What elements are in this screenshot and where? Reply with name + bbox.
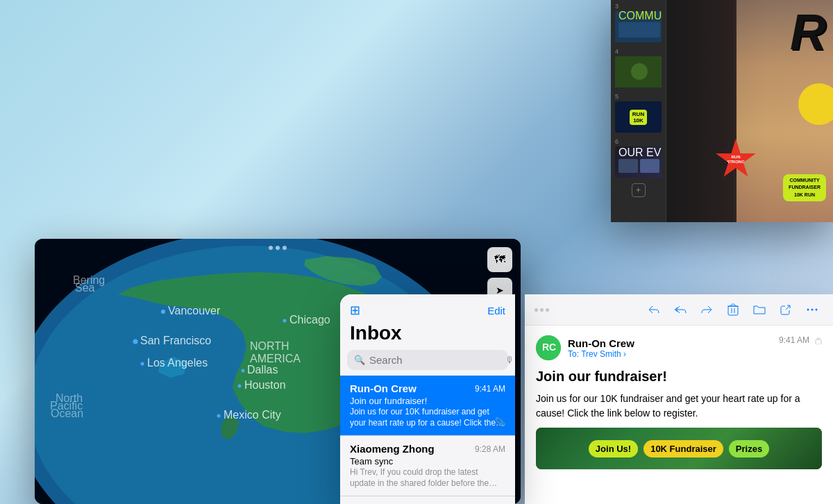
svg-text:Ocean: Ocean [51, 408, 83, 419]
detail-content: RC Run-On Crew To: Trev Smith › 9:41 AM … [525, 326, 833, 504]
svg-text:San Francisco: San Francisco [140, 335, 211, 346]
svg-text:Sea: Sea [75, 282, 95, 294]
reply-button[interactable] [643, 300, 665, 319]
sender-to-chevron: › [623, 349, 626, 359]
svg-point-10 [141, 362, 144, 366]
folder-button[interactable] [748, 300, 771, 319]
svg-text:Mexico City: Mexico City [224, 409, 281, 421]
slide-4-number: 4 [615, 48, 662, 55]
external-button[interactable] [775, 300, 797, 319]
slide-3-thumb[interactable]: 3 COMMUNITY [611, 0, 666, 45]
svg-point-37 [807, 309, 809, 311]
svg-point-8 [133, 339, 138, 344]
detail-dot-2 [540, 308, 544, 312]
svg-point-18 [217, 414, 221, 418]
slide-5-image: RUN10K [615, 101, 662, 133]
slide-6-image: OUR EVENTS [615, 146, 662, 178]
slide-5-thumb[interactable]: 5 RUN10K [611, 90, 666, 135]
svg-rect-42 [816, 339, 821, 344]
search-icon: 🔍 [354, 355, 365, 365]
svg-point-16 [238, 385, 242, 388]
design-main-canvas: R COMMUNITY FUNDRAISER 10K RUN RUNSTRONG [666, 0, 833, 222]
trash-button[interactable] [722, 300, 744, 319]
mic-icon[interactable]: 🎙 [505, 355, 514, 365]
svg-text:Dallas: Dallas [247, 364, 278, 376]
email-item-xiaomeng-sync[interactable]: Xiaomeng Zhong 9:28 AM Team sync Hi Trev… [340, 436, 515, 496]
svg-rect-27 [619, 22, 660, 37]
forward-button[interactable] [696, 300, 718, 319]
detail-dot-3 [546, 308, 549, 312]
10k-fundraiser-badge: 10K Fundraiser [643, 440, 723, 457]
detail-email-header: RC Run-On Crew To: Trev Smith › 9:41 AM [536, 335, 822, 360]
svg-rect-31 [619, 159, 638, 173]
svg-rect-32 [640, 159, 659, 173]
sender-to-name[interactable]: Trev Smith [581, 349, 621, 359]
slide-3-image: COMMUNITY [615, 11, 662, 42]
slide-6-number: 6 [615, 138, 662, 145]
sender-to: To: Trev Smith › [568, 349, 634, 359]
inbox-edit-button[interactable]: Edit [487, 305, 505, 317]
inbox-header: ⊞ Edit [340, 294, 515, 322]
detail-body: Join us for our 10K fundraiser and get y… [536, 392, 822, 421]
slide-3-number: 3 [615, 3, 662, 10]
sender-details: Run-On Crew To: Trev Smith › [568, 337, 634, 359]
more-button[interactable] [801, 300, 823, 319]
svg-text:OUR EVENTS: OUR EVENTS [619, 146, 662, 158]
svg-text:Houston: Houston [244, 379, 286, 391]
slide-4-image [615, 56, 662, 87]
reply-all-button[interactable] [669, 300, 691, 319]
detail-time-area: 9:41 AM [779, 335, 822, 345]
run-10k-badge: RUN10K [630, 110, 647, 125]
search-input[interactable] [369, 354, 501, 366]
email-2-subject: Team sync [350, 456, 505, 467]
slide-5-number: 5 [615, 93, 662, 100]
maps-window-dots [269, 246, 287, 250]
detail-email-time: 9:41 AM [779, 335, 809, 345]
prizes-badge: Prizes [729, 440, 769, 457]
svg-text:Los Angeles: Los Angeles [147, 357, 208, 369]
inbox-title: Inbox [340, 322, 515, 350]
email-item-xiaomeng-friday[interactable]: Xiaomeng Zhong 9:13 AM Friday meeting [340, 496, 515, 504]
join-us-badge: Join Us! [589, 440, 638, 457]
slide-4-thumb[interactable]: 4 [611, 45, 666, 90]
email-item-run-on-crew[interactable]: Run-On Crew 9:41 AM Join our fundraiser!… [340, 376, 515, 436]
email-1-subject: Join our fundraiser! [350, 396, 505, 406]
svg-text:NORTH: NORTH [250, 340, 289, 352]
svg-point-14 [242, 369, 245, 373]
email-2-header: Xiaomeng Zhong 9:28 AM [350, 443, 505, 455]
svg-text:RC: RC [542, 342, 556, 353]
detail-dots [535, 308, 549, 312]
email-1-sender: Run-On Crew [350, 383, 416, 394]
svg-point-6 [161, 310, 165, 314]
svg-text:Vancouver: Vancouver [168, 305, 221, 317]
svg-point-38 [811, 309, 814, 311]
svg-text:AMERICA: AMERICA [250, 353, 301, 364]
detail-subject: Join our fundraiser! [536, 369, 822, 385]
add-slide-button[interactable]: + [611, 183, 666, 197]
inbox-sidebar-button[interactable]: ⊞ [350, 303, 360, 318]
large-r-letter: R [790, 7, 826, 57]
inbox-search-bar[interactable]: 🔍 🎙 [347, 350, 508, 370]
svg-rect-33 [728, 306, 738, 315]
email-2-preview: Hi Trev, If you could drop the latest up… [350, 467, 505, 489]
svg-text:Chicago: Chicago [289, 314, 330, 326]
design-sidebar: 3 COMMUNITY 4 5 RUN10K [611, 0, 666, 222]
email-1-time: 9:41 AM [475, 384, 505, 394]
detail-email-image: Join Us! 10K Fundraiser Prizes [536, 428, 822, 469]
lock-icon [815, 336, 822, 344]
email-list: Run-On Crew 9:41 AM Join our fundraiser!… [340, 376, 515, 504]
mail-inbox-panel: ⊞ Edit Inbox 🔍 🎙 Run-On Crew 9:41 AM Joi… [340, 294, 515, 504]
detail-toolbar [525, 294, 833, 326]
email-2-time: 9:28 AM [475, 444, 505, 454]
slide-6-thumb[interactable]: 6 OUR EVENTS [611, 135, 666, 180]
sender-info: RC Run-On Crew To: Trev Smith › [536, 335, 634, 360]
email-1-attachment-icon: 📎 [495, 417, 505, 427]
sender-name: Run-On Crew [568, 337, 634, 349]
community-sticker: COMMUNITY FUNDRAISER 10K RUN [783, 174, 826, 201]
email-2-sender: Xiaomeng Zhong [350, 443, 435, 455]
design-window: 3 COMMUNITY 4 5 RUN10K [611, 0, 833, 222]
sender-avatar: RC [536, 335, 561, 360]
maps-map-button[interactable]: 🗺 [487, 247, 512, 272]
svg-point-29 [631, 63, 648, 80]
svg-point-12 [283, 319, 287, 323]
